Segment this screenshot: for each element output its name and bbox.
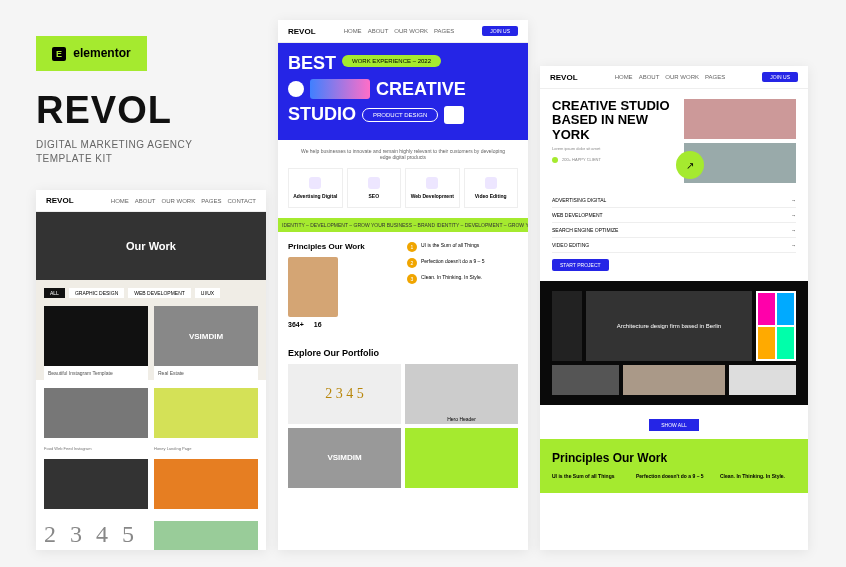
service-card[interactable]: Web Development: [405, 168, 460, 208]
mini-icon: [777, 327, 794, 359]
principles-block: Principles Our Work UI is the Sum of all…: [540, 439, 808, 493]
work-grid: Beautiful Instagram Template VSIMDIM Rea…: [36, 306, 266, 380]
list-item[interactable]: ADVERTISING DIGITAL→: [552, 193, 796, 208]
stat: 364+: [288, 321, 304, 328]
nav-item[interactable]: ABOUT: [368, 28, 389, 34]
nav-item[interactable]: PAGES: [434, 28, 454, 34]
service-label: Advertising Digital: [291, 193, 340, 199]
num-badge: 2: [407, 258, 417, 268]
logo[interactable]: REVOL: [288, 27, 316, 36]
mini-icon: [777, 293, 794, 325]
mini-icon: [758, 293, 775, 325]
thumb[interactable]: [44, 388, 148, 438]
hero-word-studio: STUDIO: [288, 104, 356, 126]
services-row: Advertising Digital SEO Web Development …: [278, 168, 528, 208]
start-project-button[interactable]: START PROJECT: [552, 259, 609, 271]
work-card[interactable]: Beautiful Instagram Template: [44, 306, 148, 380]
hero-image: [684, 99, 796, 139]
num-badge: 3: [407, 274, 417, 284]
nav-item[interactable]: CONTACT: [227, 198, 256, 204]
card-image: [44, 306, 148, 366]
filter-tabs: ALL GRAPHIC DESIGN WEB DEVELOPMENT UI/UX: [36, 280, 266, 306]
product-design-pill[interactable]: PRODUCT DESIGN: [362, 108, 438, 122]
thumb[interactable]: [729, 365, 796, 395]
nav[interactable]: HOME ABOUT OUR WORK PAGES CONTACT: [111, 198, 256, 204]
join-button[interactable]: JOIN US: [762, 72, 798, 82]
work-image[interactable]: Architecture design firm based in Berlin: [586, 291, 752, 361]
tab-all[interactable]: ALL: [44, 288, 65, 298]
list-item[interactable]: WEB DEVELOPMENT→: [552, 208, 796, 223]
nav-item[interactable]: HOME: [344, 28, 362, 34]
nav[interactable]: HOME ABOUT OUR WORK PAGES: [615, 74, 726, 80]
thumb[interactable]: [552, 365, 619, 395]
thumb[interactable]: [44, 459, 148, 509]
nav-item[interactable]: PAGES: [705, 74, 725, 80]
play-icon[interactable]: [288, 81, 304, 97]
logo[interactable]: REVOL: [550, 73, 578, 82]
portfolio-card[interactable]: 2 3 4 5: [288, 364, 401, 424]
portfolio-card[interactable]: VSIMDIM: [288, 428, 401, 488]
tab-uiux[interactable]: UI/UX: [195, 288, 220, 298]
logo[interactable]: REVOL: [46, 196, 74, 205]
join-button[interactable]: JOIN US: [482, 26, 518, 36]
principles-title: Principles Our Work: [288, 242, 399, 251]
list-item[interactable]: SEARCH ENGINE OPTIMIZE→: [552, 223, 796, 238]
thumb-caption: Food Web Feed Instagram: [44, 446, 148, 451]
stat: 16: [314, 321, 322, 328]
thumb[interactable]: [623, 365, 724, 395]
nav-item[interactable]: PAGES: [201, 198, 221, 204]
principles-title: Principles Our Work: [552, 451, 796, 465]
nav-item[interactable]: ABOUT: [639, 74, 660, 80]
hero-word-best: BEST: [288, 53, 336, 75]
portfolio-section: Explore Our Portfolio 2 3 4 5 Hero Heade…: [278, 338, 528, 498]
service-list: ADVERTISING DIGITAL→ WEB DEVELOPMENT→ SE…: [540, 193, 808, 253]
service-icon: [426, 177, 438, 189]
thumb[interactable]: [154, 388, 258, 438]
tab-graphic[interactable]: GRAPHIC DESIGN: [69, 288, 124, 298]
thumb[interactable]: [154, 521, 258, 550]
principle-heading: Clean. In Thinking. In Style.: [720, 473, 796, 479]
preview-about: REVOL HOME ABOUT OUR WORK PAGES JOIN US …: [540, 66, 808, 550]
list-item[interactable]: VIDEO EDITING→: [552, 238, 796, 253]
nav-item[interactable]: ABOUT: [135, 198, 156, 204]
preview-header: REVOL HOME ABOUT OUR WORK PAGES JOIN US: [278, 20, 528, 43]
nav-item[interactable]: OUR WORK: [394, 28, 428, 34]
principle-col: Perfection doesn't do a 9 – 5: [636, 473, 712, 481]
service-card[interactable]: Video Editing: [464, 168, 519, 208]
square-icon[interactable]: [444, 106, 464, 124]
card-image: VSIMDIM: [154, 306, 258, 366]
nav[interactable]: HOME ABOUT OUR WORK PAGES: [344, 28, 455, 34]
arrow-circle-icon[interactable]: ↗: [676, 151, 704, 179]
card-caption: Beautiful Instagram Template: [44, 366, 148, 380]
thumb[interactable]: [154, 459, 258, 509]
work-card[interactable]: VSIMDIM Real Estate: [154, 306, 258, 380]
thumb[interactable]: [552, 291, 582, 361]
badge-text: elementor: [73, 46, 130, 60]
preview-home: REVOL HOME ABOUT OUR WORK PAGES JOIN US …: [278, 20, 528, 550]
portfolio-card[interactable]: Hero Header: [405, 364, 518, 424]
preview-header: REVOL HOME ABOUT OUR WORK PAGES JOIN US: [540, 66, 808, 89]
meta-text: 200+ HAPPY CLIENT: [562, 157, 601, 163]
tab-web[interactable]: WEB DEVELOPMENT: [128, 288, 191, 298]
brand-name: REVOL: [36, 89, 236, 132]
elementor-icon: E: [52, 47, 66, 61]
show-all-row: SHOW ALL: [540, 413, 808, 431]
service-card[interactable]: Advertising Digital: [288, 168, 343, 208]
nav-item[interactable]: HOME: [615, 74, 633, 80]
experience-pill: WORK EXPERIENCE – 2022: [342, 55, 441, 67]
elementor-badge: E elementor: [36, 36, 147, 71]
preview-header: REVOL HOME ABOUT OUR WORK PAGES CONTACT: [36, 190, 266, 212]
nav-item[interactable]: OUR WORK: [162, 198, 196, 204]
nav-item[interactable]: HOME: [111, 198, 129, 204]
icon-grid: [756, 291, 796, 361]
portfolio-title: Explore Our Portfolio: [288, 348, 518, 358]
preview-our-work: REVOL HOME ABOUT OUR WORK PAGES CONTACT …: [36, 190, 266, 550]
principle-col: UI is the Sum of all Things: [552, 473, 628, 481]
mini-icon: [758, 327, 775, 359]
service-card[interactable]: SEO: [347, 168, 402, 208]
num-badge: 1: [407, 242, 417, 252]
nav-item[interactable]: OUR WORK: [665, 74, 699, 80]
portfolio-card[interactable]: [405, 428, 518, 488]
branding-block: E elementor REVOL DIGITAL MARKETING AGEN…: [36, 36, 236, 166]
show-all-button[interactable]: SHOW ALL: [649, 419, 699, 431]
